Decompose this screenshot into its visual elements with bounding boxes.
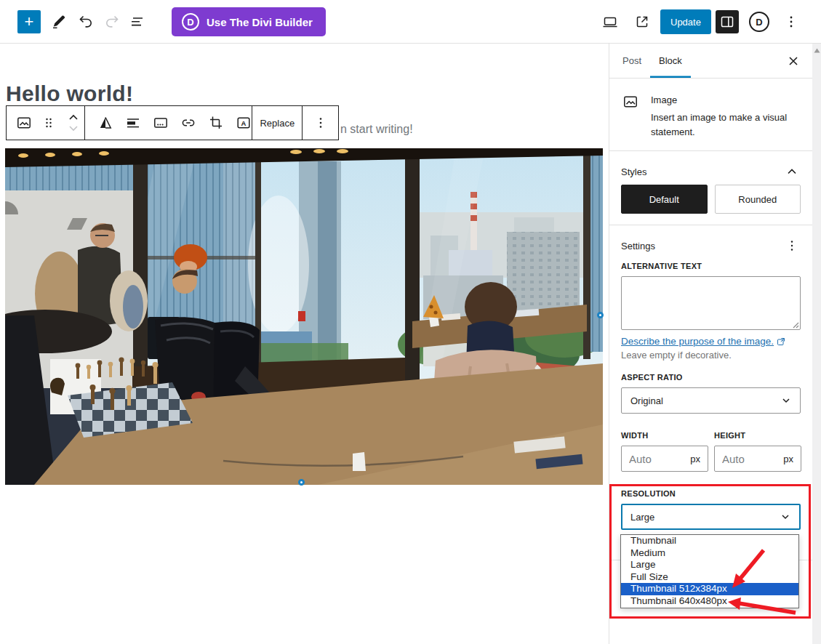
height-unit: px	[783, 454, 793, 464]
kebab-icon	[312, 114, 329, 132]
post-image[interactable]	[5, 148, 603, 485]
move-up-button[interactable]	[65, 111, 82, 123]
divi-d-icon: D	[756, 17, 762, 28]
sidebar-scrollbar[interactable]	[812, 44, 821, 644]
chevron-down-icon	[780, 394, 793, 407]
resolution-option[interactable]: Medium	[621, 547, 798, 560]
chevron-down-icon	[66, 124, 81, 133]
preview-button[interactable]	[600, 12, 620, 32]
aspect-ratio-value: Original	[630, 395, 663, 406]
list-view-button[interactable]	[127, 12, 148, 32]
chevron-up-icon	[785, 164, 799, 179]
width-label: WIDTH	[621, 431, 649, 440]
scroll-up-arrow-icon[interactable]	[812, 45, 821, 55]
styles-panel-title: Styles	[621, 166, 646, 177]
align-button[interactable]	[124, 110, 142, 136]
tab-block[interactable]: Block	[650, 44, 691, 78]
resolution-option[interactable]: Full Size	[621, 571, 798, 584]
height-input[interactable]	[722, 453, 773, 465]
add-block-button[interactable]: +	[17, 10, 41, 33]
caption-button[interactable]	[152, 110, 169, 136]
image-resize-handle-right[interactable]	[597, 312, 604, 318]
gutenberg-editor: + D Use The Divi Builder Update D	[0, 0, 821, 644]
settings-panel-title: Settings	[621, 241, 655, 251]
sidebar-tabs: Post Block	[609, 44, 812, 79]
close-sidebar-button[interactable]	[785, 52, 802, 70]
post-body-text-fragment[interactable]: n start writing!	[340, 123, 413, 136]
image-block-type-button[interactable]	[15, 110, 33, 136]
external-link-icon	[633, 13, 651, 31]
pencil-icon	[50, 13, 68, 31]
settings-sidebar-toggle[interactable]	[716, 10, 739, 33]
aspect-ratio-select[interactable]: Original	[621, 387, 801, 414]
undo-icon	[77, 13, 95, 31]
plus-icon: +	[25, 14, 34, 30]
image-block-icon	[15, 114, 33, 132]
text-overlay-icon: A	[235, 114, 252, 132]
resolution-select[interactable]: Large	[621, 504, 801, 530]
replace-button[interactable]: Replace	[260, 118, 295, 129]
divi-logo-icon: D	[182, 13, 199, 31]
collapse-styles-button[interactable]	[783, 163, 801, 180]
alt-text-label: ALTERNATIVE TEXT	[621, 262, 702, 270]
sidebar-panel-icon	[718, 13, 736, 31]
svg-text:A: A	[241, 119, 247, 127]
drag-handle[interactable]	[40, 110, 57, 136]
aspect-ratio-label: ASPECT RATIO	[621, 373, 683, 382]
link-button[interactable]	[180, 110, 197, 136]
chevron-up-icon	[66, 113, 81, 121]
block-card-description: Insert an image to make a visual stateme…	[651, 110, 799, 140]
resolution-option[interactable]: Large	[621, 559, 798, 571]
duotone-icon	[97, 114, 114, 132]
style-rounded-button[interactable]: Rounded	[715, 185, 801, 214]
resolution-option[interactable]: Thumbnail	[621, 535, 798, 547]
block-card: Image Insert an image to make a visual s…	[609, 79, 812, 151]
edit-tool-button[interactable]	[49, 12, 69, 32]
link-icon	[180, 114, 197, 132]
resolution-option-highlighted[interactable]: Thumbnail 512x384px	[621, 583, 798, 595]
move-down-button[interactable]	[65, 123, 82, 134]
styles-panel: Styles Default Rounded	[609, 151, 812, 225]
options-menu-button[interactable]	[781, 12, 801, 32]
use-divi-builder-button[interactable]: D Use The Divi Builder	[172, 7, 326, 36]
update-button[interactable]: Update	[660, 9, 711, 34]
caption-icon	[152, 114, 169, 132]
kebab-icon	[782, 13, 800, 31]
width-input[interactable]	[629, 453, 680, 465]
undo-button[interactable]	[76, 12, 96, 32]
drag-dots-icon	[40, 114, 57, 132]
editor-top-bar: + D Use The Divi Builder Update D	[0, 0, 821, 44]
duotone-filter-button[interactable]	[97, 110, 114, 136]
list-view-icon	[129, 13, 146, 31]
describe-image-link[interactable]: Describe the purpose of the image.	[621, 336, 774, 347]
settings-options-button[interactable]	[783, 237, 801, 254]
image-block-toolbar: A Replace	[6, 105, 339, 140]
style-default-button[interactable]: Default	[621, 185, 708, 214]
crop-button[interactable]	[207, 110, 225, 136]
tab-post[interactable]: Post	[614, 44, 650, 78]
image-resize-handle-bottom[interactable]	[298, 479, 305, 486]
resolution-dropdown-list: Thumbnail Medium Large Full Size Thumbna…	[620, 534, 799, 608]
alt-text-input[interactable]	[621, 276, 801, 330]
align-icon	[124, 114, 142, 132]
block-options-button[interactable]	[312, 110, 329, 136]
resolution-value: Large	[630, 512, 654, 523]
redo-button[interactable]	[102, 12, 122, 32]
post-title[interactable]: Hello world!	[6, 81, 133, 106]
chevron-down-icon	[779, 510, 792, 523]
block-card-title: Image	[651, 94, 677, 105]
resolution-option[interactable]: Thumbnail 640x480px	[621, 595, 798, 608]
image-block-icon	[622, 93, 639, 110]
width-unit: px	[690, 454, 700, 464]
view-post-button[interactable]	[632, 12, 652, 32]
divi-theme-options-button[interactable]: D	[749, 12, 769, 32]
redo-icon	[103, 13, 121, 31]
settings-panel-header: Settings	[621, 237, 801, 254]
external-link-icon	[777, 337, 785, 346]
laptop-icon	[601, 13, 619, 31]
settings-sidebar: Post Block Image Insert an image to make…	[609, 44, 812, 644]
close-icon	[786, 54, 801, 68]
alt-text-hint: Leave empty if decorative.	[621, 350, 732, 361]
height-label: HEIGHT	[714, 431, 745, 440]
text-over-image-button[interactable]: A	[235, 110, 252, 136]
